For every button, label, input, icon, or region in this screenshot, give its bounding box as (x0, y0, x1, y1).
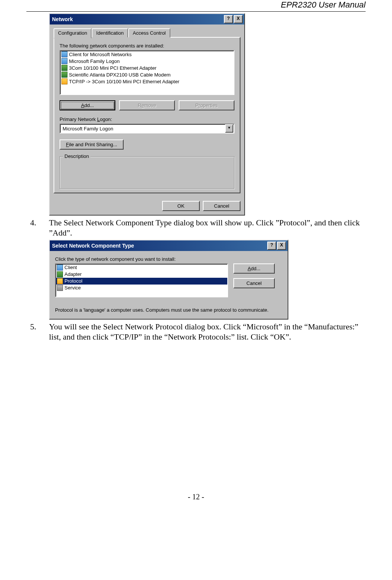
list-item[interactable]: Scientific Atlanta DPX2100 USB Cable Mod… (60, 71, 234, 78)
step-text: The Select Network Component Type dialog… (49, 218, 366, 238)
close-icon[interactable]: X (277, 242, 286, 250)
components-listbox[interactable]: Client for Microsoft Networks Microsoft … (60, 50, 234, 95)
primary-logon-label: Primary Network Logon: (60, 116, 234, 122)
list-item[interactable]: 3Com 10/100 Mini PCI Ethernet Adapter (60, 64, 234, 71)
header-manual: User Manual (316, 0, 366, 9)
list-item-client[interactable]: Client (56, 264, 227, 271)
properties-button: Properties (179, 100, 234, 110)
list-item-label: Microsoft Family Logon (69, 58, 119, 64)
step-4: 4. The Select Network Component Type dia… (26, 218, 366, 238)
list-item-label: 3Com 10/100 Mini PCI Ethernet Adapter (69, 65, 156, 71)
step-5: 5. You will see the Select Network Proto… (26, 322, 366, 342)
protocol-icon (57, 278, 63, 284)
list-item-label: Protocol (64, 278, 83, 284)
primary-logon-value: Microsoft Family Logon (60, 126, 225, 132)
list-item-protocol[interactable]: Protocol (56, 278, 227, 285)
description-legend: Description (63, 153, 90, 159)
add-button[interactable]: Add... (233, 263, 275, 274)
client-icon (57, 265, 63, 271)
list-item-label: TCP/IP -> 3Com 10/100 Mini PCI Ethernet … (69, 79, 179, 84)
header-rule (26, 11, 366, 12)
component-type-listbox[interactable]: Client Adapter Protocol Service (55, 263, 228, 297)
dialog-bottom-buttons: OK Cancel (50, 197, 244, 215)
adapter-icon (61, 65, 67, 71)
select-component-title-text: Select Network Component Type (52, 243, 266, 249)
components-label: The following network components are ins… (60, 43, 234, 49)
add-button[interactable]: Add... (60, 100, 115, 110)
list-item[interactable]: Client for Microsoft Networks (60, 51, 234, 58)
file-print-sharing-button[interactable]: File and Print Sharing... (60, 139, 124, 150)
client-icon (61, 58, 67, 64)
list-item[interactable]: Microsoft Family Logon (60, 58, 234, 64)
network-dialog: Network ? X Configuration Identification… (49, 13, 245, 216)
tab-configuration[interactable]: Configuration (54, 28, 92, 38)
step-number: 4. (30, 218, 49, 238)
tab-access-control[interactable]: Access Control (128, 28, 170, 38)
list-item-service[interactable]: Service (56, 285, 227, 291)
chevron-down-icon[interactable]: ▼ (225, 124, 233, 133)
protocol-icon (61, 78, 67, 84)
network-titlebar: Network ? X (50, 14, 244, 24)
component-buttons: Add... Remove Properties (60, 100, 234, 110)
network-title-text: Network (52, 16, 223, 22)
close-icon[interactable]: X (234, 15, 243, 23)
header-title: EPR2320 User Manual (26, 0, 366, 11)
remove-button: Remove (119, 100, 175, 110)
tab-row: Configuration Identification Access Cont… (54, 28, 240, 38)
select-component-dialog: Select Network Component Type ? X Click … (49, 240, 288, 320)
instruction-label: Click the type of network component you … (55, 256, 282, 262)
list-item-label: Scientific Atlanta DPX2100 USB Cable Mod… (69, 72, 171, 78)
description-groupbox: Description (60, 156, 234, 189)
cancel-button[interactable]: Cancel (203, 201, 240, 211)
list-item[interactable]: TCP/IP -> 3Com 10/100 Mini PCI Ethernet … (60, 78, 234, 85)
page-footer: - 12 - (26, 493, 366, 501)
primary-logon-combo[interactable]: Microsoft Family Logon ▼ (60, 124, 234, 133)
adapter-icon (61, 72, 67, 78)
component-description: Protocol is a 'language' a computer uses… (55, 307, 282, 314)
list-item-label: Service (64, 285, 81, 291)
step-text: You will see the Select Network Protocol… (49, 322, 366, 342)
ok-button[interactable]: OK (162, 201, 200, 211)
list-item-label: Client (64, 265, 77, 270)
list-item-label: Adapter (64, 271, 82, 277)
help-icon[interactable]: ? (267, 242, 276, 250)
select-component-titlebar: Select Network Component Type ? X (50, 240, 288, 251)
configuration-panel: The following network components are ins… (54, 37, 240, 193)
service-icon (57, 285, 63, 291)
help-icon[interactable]: ? (224, 15, 233, 23)
step-number: 5. (30, 322, 49, 342)
client-icon (61, 51, 67, 57)
tab-identification[interactable]: Identification (92, 28, 128, 38)
list-item-label: Client for Microsoft Networks (69, 52, 132, 57)
header-product: EPR2320 (281, 0, 316, 9)
cancel-button[interactable]: Cancel (233, 278, 275, 288)
list-item-adapter[interactable]: Adapter (56, 271, 227, 278)
adapter-icon (57, 271, 63, 277)
